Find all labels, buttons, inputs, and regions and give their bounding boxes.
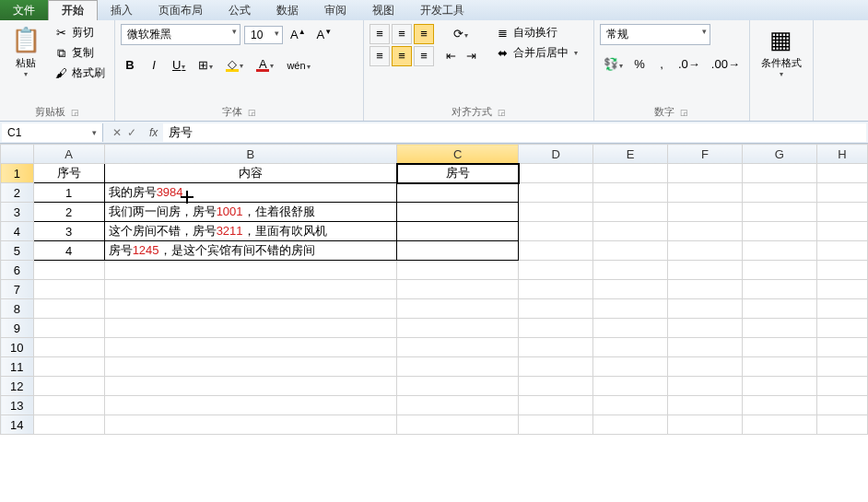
number-dialog-icon[interactable]: ◲ — [680, 108, 688, 117]
row-header[interactable]: 11 — [1, 357, 34, 377]
cell[interactable] — [593, 396, 668, 415]
cell[interactable] — [667, 299, 742, 319]
font-color-button[interactable]: A — [252, 54, 277, 75]
cell[interactable] — [519, 377, 593, 396]
align-top-right-button[interactable]: ≡ — [414, 24, 434, 44]
wrap-text-button[interactable]: ≣自动换行 — [491, 24, 581, 41]
col-header-D[interactable]: D — [519, 145, 593, 164]
row-header[interactable]: 7 — [1, 280, 34, 299]
currency-button[interactable]: 💱 — [600, 54, 627, 74]
cell[interactable] — [667, 415, 742, 435]
cell[interactable] — [667, 319, 742, 338]
cell[interactable] — [593, 299, 668, 319]
cell[interactable] — [816, 164, 867, 183]
align-top-center-button[interactable]: ≡ — [392, 24, 412, 44]
cell[interactable] — [519, 299, 593, 319]
cell[interactable] — [33, 319, 104, 338]
cell[interactable] — [519, 261, 593, 280]
cell[interactable] — [742, 357, 816, 377]
cell[interactable] — [519, 183, 593, 203]
number-format-combo[interactable]: 常规 — [600, 24, 710, 45]
cell[interactable]: 我的房号3984 — [104, 183, 397, 203]
cell[interactable] — [816, 261, 867, 280]
cell[interactable] — [593, 241, 668, 261]
cell[interactable] — [667, 377, 742, 396]
cell[interactable] — [593, 261, 668, 280]
cell[interactable]: 房号1245，是这个宾馆有间不错的房间 — [104, 241, 397, 261]
cell[interactable] — [397, 319, 519, 338]
cell[interactable] — [742, 241, 816, 261]
format-painter-button[interactable]: 🖌格式刷 — [50, 64, 109, 82]
cell[interactable] — [816, 183, 867, 203]
align-top-left-button[interactable]: ≡ — [369, 24, 390, 44]
cell[interactable] — [104, 319, 397, 338]
cell[interactable] — [397, 396, 519, 415]
cell[interactable] — [104, 377, 397, 396]
cell[interactable] — [104, 396, 397, 415]
cell[interactable] — [667, 203, 742, 222]
phonetic-button[interactable]: wén — [283, 55, 313, 75]
formula-input[interactable] — [163, 123, 866, 142]
cell[interactable] — [593, 183, 668, 203]
merge-center-button[interactable]: ⬌合并后居中▾ — [491, 44, 581, 62]
cell[interactable] — [667, 338, 742, 357]
cell[interactable] — [667, 241, 742, 261]
border-button[interactable]: ⊞ — [194, 55, 217, 75]
tab-data[interactable]: 数据 — [264, 0, 311, 20]
cell[interactable] — [593, 280, 668, 299]
cell[interactable] — [519, 415, 593, 435]
cell[interactable] — [816, 319, 867, 338]
font-name-combo[interactable]: 微软雅黑 — [121, 24, 240, 45]
accept-formula-icon[interactable]: ✓ — [127, 126, 136, 139]
cell[interactable] — [519, 164, 593, 183]
cell[interactable] — [593, 164, 668, 183]
cell[interactable] — [397, 222, 519, 241]
row-header[interactable]: 12 — [1, 377, 34, 396]
copy-button[interactable]: ⧉复制 — [50, 44, 109, 62]
cell[interactable] — [104, 357, 397, 377]
cell[interactable] — [397, 280, 519, 299]
col-header-B[interactable]: B — [104, 145, 397, 164]
tab-page-layout[interactable]: 页面布局 — [146, 0, 216, 20]
cell[interactable] — [33, 338, 104, 357]
cell[interactable] — [593, 377, 668, 396]
cell[interactable] — [816, 299, 867, 319]
cell[interactable] — [816, 396, 867, 415]
cell[interactable] — [816, 377, 867, 396]
conditional-format-button[interactable]: ▦ 条件格式 ▾ — [756, 24, 807, 80]
align-bottom-left-button[interactable]: ≡ — [369, 46, 390, 66]
cell[interactable]: 房号 — [397, 164, 519, 183]
cell[interactable] — [33, 299, 104, 319]
orientation-button[interactable]: ⟳ — [441, 24, 480, 43]
cell[interactable] — [593, 357, 668, 377]
cell[interactable] — [397, 377, 519, 396]
cell[interactable] — [104, 261, 397, 280]
increase-indent-button[interactable]: ⇥ — [462, 46, 480, 65]
italic-button[interactable]: I — [145, 55, 163, 75]
cell[interactable] — [742, 222, 816, 241]
cell[interactable] — [593, 415, 668, 435]
decrease-decimal-button[interactable]: .00→ — [708, 54, 744, 74]
name-box[interactable]: C1 — [2, 123, 103, 142]
row-header[interactable]: 6 — [1, 261, 34, 280]
select-all-corner[interactable] — [1, 145, 34, 164]
col-header-A[interactable]: A — [33, 145, 104, 164]
cell[interactable] — [519, 319, 593, 338]
cell[interactable] — [816, 415, 867, 435]
cell[interactable] — [816, 280, 867, 299]
cell[interactable] — [593, 319, 668, 338]
cell[interactable] — [742, 319, 816, 338]
cell[interactable] — [104, 280, 397, 299]
cell[interactable] — [816, 203, 867, 222]
cell[interactable] — [667, 357, 742, 377]
paste-button[interactable]: 📋 粘贴 ▾ — [6, 24, 46, 80]
cell[interactable] — [667, 396, 742, 415]
align-bottom-right-button[interactable]: ≡ — [414, 46, 434, 66]
cell[interactable] — [742, 415, 816, 435]
row-header[interactable]: 5 — [1, 241, 34, 261]
cell[interactable]: 1 — [33, 183, 104, 203]
tab-file[interactable]: 文件 — [0, 0, 48, 20]
cell[interactable] — [667, 183, 742, 203]
cell[interactable]: 2 — [33, 203, 104, 222]
cell[interactable] — [519, 338, 593, 357]
